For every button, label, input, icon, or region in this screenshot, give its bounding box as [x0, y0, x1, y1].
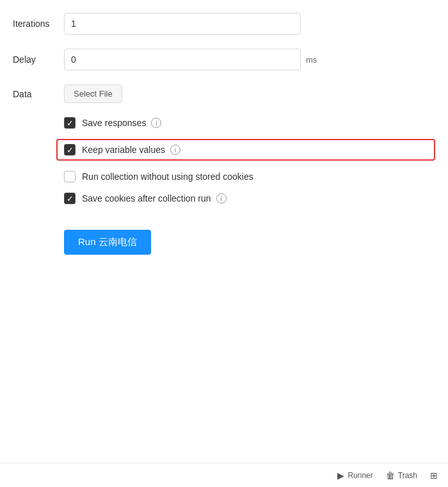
delay-input[interactable] — [64, 49, 301, 70]
iterations-label: Iterations — [13, 19, 64, 29]
save-responses-label: Save responses — [82, 118, 146, 128]
grid-toolbar-item[interactable]: ⊞ — [430, 470, 438, 481]
bottom-toolbar: ▶ Runner 🗑 Trash ⊞ — [0, 463, 448, 487]
delay-label: Delay — [13, 54, 64, 65]
save-cookies-checkbox-wrapper[interactable]: ✓ Save cookies after collection run — [64, 193, 216, 204]
iterations-input[interactable] — [64, 13, 301, 35]
trash-label: Trash — [398, 471, 417, 480]
save-cookies-label: Save cookies after collection run — [82, 193, 211, 204]
run-without-cookies-checkbox-wrapper[interactable]: Run collection without using stored cook… — [64, 171, 259, 182]
keep-variable-values-checkbox[interactable]: ✓ — [64, 144, 76, 156]
main-content: Iterations Delay ms Data Select File ✓ S… — [0, 0, 448, 267]
trash-toolbar-item[interactable]: 🗑 Trash — [386, 470, 417, 481]
keep-variable-values-label: Keep variable values — [82, 145, 165, 155]
runner-toolbar-item[interactable]: ▶ Runner — [337, 470, 372, 481]
run-without-cookies-checkbox[interactable] — [64, 171, 76, 182]
keep-variable-values-info-icon[interactable]: i — [170, 145, 180, 155]
run-without-cookies-row: Run collection without using stored cook… — [64, 171, 435, 182]
save-cookies-row: ✓ Save cookies after collection run i — [64, 193, 435, 204]
delay-row: Delay ms — [13, 49, 435, 70]
save-responses-checkbox-wrapper[interactable]: ✓ Save responses — [64, 117, 151, 129]
iterations-row: Iterations — [13, 13, 435, 35]
save-cookies-info-icon[interactable]: i — [216, 193, 227, 204]
save-cookies-checkbox[interactable]: ✓ — [64, 193, 76, 204]
save-cookies-checkmark: ✓ — [67, 195, 74, 203]
checkboxes-section: ✓ Save responses i ✓ Keep variable value… — [13, 117, 435, 204]
keep-variable-values-row: ✓ Keep variable values i — [56, 139, 435, 161]
runner-icon: ▶ — [337, 470, 344, 481]
save-responses-row: ✓ Save responses i — [64, 117, 435, 129]
data-label: Data — [13, 89, 64, 99]
grid-icon: ⊞ — [430, 470, 438, 481]
keep-variable-values-checkmark: ✓ — [67, 146, 74, 154]
delay-unit: ms — [306, 55, 317, 65]
data-row: Data Select File — [13, 84, 435, 103]
run-button[interactable]: Run 云南电信 — [64, 230, 151, 255]
runner-label: Runner — [348, 471, 372, 480]
trash-icon: 🗑 — [386, 470, 395, 481]
save-responses-checkbox[interactable]: ✓ — [64, 117, 76, 129]
save-responses-checkmark: ✓ — [67, 119, 74, 127]
run-without-cookies-label: Run collection without using stored cook… — [82, 172, 253, 182]
keep-variable-values-checkbox-wrapper[interactable]: ✓ Keep variable values — [64, 144, 170, 156]
save-responses-info-icon[interactable]: i — [151, 118, 161, 128]
select-file-button[interactable]: Select File — [64, 84, 122, 103]
